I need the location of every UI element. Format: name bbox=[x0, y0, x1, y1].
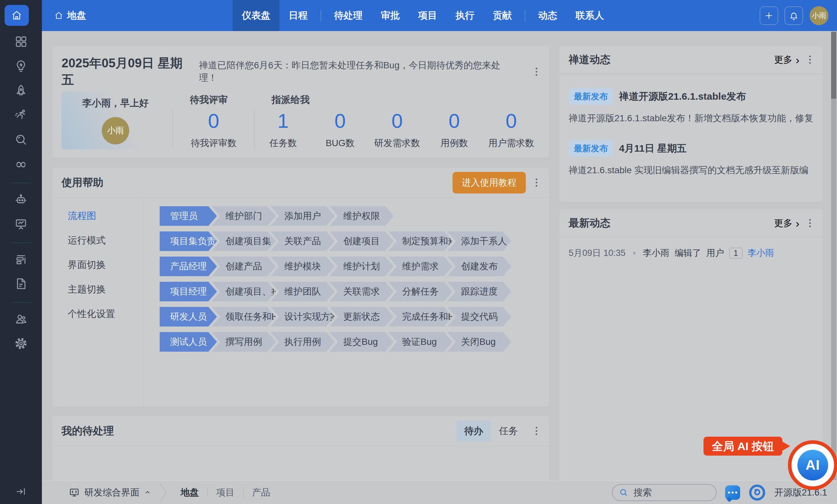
sidebar-collapse-button[interactable] bbox=[0, 484, 42, 500]
flow-step: 维护模块 bbox=[271, 257, 335, 276]
activity-user: 李小雨 bbox=[643, 247, 670, 259]
lightbulb-icon[interactable] bbox=[13, 58, 29, 74]
flow-step: 分解任务 bbox=[388, 282, 452, 301]
more-menu-icon[interactable] bbox=[806, 53, 814, 66]
tab-contacts[interactable]: 联系人 bbox=[566, 0, 613, 31]
flow-role: 项目集负责人 bbox=[160, 231, 217, 251]
chevron-right-icon: › bbox=[796, 55, 799, 64]
role-flowchart: 管理员 维护部门 添加用户 维护权限 项目集负责人 创建项目集 关联产品 创建项… bbox=[144, 198, 549, 407]
todo-tab-todo[interactable]: 待办 bbox=[457, 421, 491, 442]
sidebar-divider bbox=[11, 183, 31, 183]
expand-arrow-icon bbox=[15, 486, 26, 497]
breadcrumb-dipan[interactable]: 地盘 bbox=[175, 486, 208, 499]
robot-icon[interactable] bbox=[13, 191, 29, 207]
user-avatar[interactable]: 小雨 bbox=[809, 6, 829, 25]
document-icon[interactable] bbox=[13, 276, 29, 292]
stat-review-count[interactable]: 0 待我评审数 bbox=[173, 109, 254, 149]
news-title[interactable]: 禅道开源版21.6.1.stable发布 bbox=[619, 90, 746, 103]
rocket-icon[interactable] bbox=[13, 83, 29, 98]
bi-chart-icon[interactable] bbox=[13, 216, 29, 232]
nav-divider bbox=[321, 10, 321, 22]
workspace-switcher[interactable]: 研发综合界面 bbox=[69, 486, 151, 499]
scrollbar-thumb[interactable] bbox=[831, 32, 836, 99]
flow-step: 验证Bug bbox=[388, 332, 452, 352]
tab-calendar[interactable]: 日程 bbox=[280, 0, 317, 31]
more-menu-icon[interactable] bbox=[533, 424, 540, 438]
flow-row-project-manager: 项目经理 创建项目、执行 维护团队 关联需求 分解任务 跟踪进度 bbox=[160, 282, 549, 301]
vertical-scrollbar[interactable] bbox=[831, 32, 836, 480]
infinity-icon[interactable]: ∞ bbox=[13, 156, 29, 172]
flow-step: 跟踪进度 bbox=[447, 282, 512, 301]
news-title[interactable]: 4月11日 星期五 bbox=[619, 142, 687, 155]
kanban-list-icon[interactable] bbox=[13, 251, 29, 267]
plus-icon bbox=[764, 11, 773, 20]
help-menu-flowchart[interactable]: 流程图 bbox=[68, 209, 144, 223]
greeting-avatar: 小雨 bbox=[102, 117, 129, 145]
magnifier-icon[interactable] bbox=[13, 132, 29, 147]
activity-object-link[interactable]: 李小雨 bbox=[748, 247, 774, 259]
feedback-chat-icon[interactable] bbox=[725, 485, 740, 500]
flow-step: 撰写用例 bbox=[212, 332, 276, 352]
news-more-link[interactable]: 更多 › bbox=[774, 54, 799, 66]
flow-row-developer: 研发人员 领取任务和Bug 设计实现方案 更新状态 完成任务和Bug 提交代码 bbox=[160, 307, 549, 326]
tab-approval[interactable]: 审批 bbox=[372, 0, 409, 31]
home-button[interactable] bbox=[4, 5, 29, 26]
flow-step: 提交代码 bbox=[447, 307, 512, 326]
flow-step: 创建产品 bbox=[212, 257, 276, 276]
stat-requirement-count[interactable]: 0 用户需求数 bbox=[483, 109, 539, 149]
stat-story-count[interactable]: 0 研发需求数 bbox=[369, 109, 426, 149]
news-description: 禅道21.6.stable 实现旧编辑器撰写的文档无感升级至新版编 bbox=[569, 164, 814, 176]
help-menu-personalization[interactable]: 个性化设置 bbox=[68, 307, 144, 321]
flow-row-admin: 管理员 维护部门 添加用户 维护权限 bbox=[160, 206, 549, 226]
stat-case-count[interactable]: 0 用例数 bbox=[426, 109, 483, 149]
activity-more-link[interactable]: 更多 › bbox=[774, 217, 799, 229]
navbar-actions: 小雨 bbox=[760, 6, 829, 25]
grid-icon[interactable] bbox=[13, 34, 29, 49]
daily-message: 禅道已陪伴您6月6天：昨日您暂未处理任务和Bug，今日期待优秀的您来处理！ bbox=[199, 59, 513, 84]
flow-row-tester: 测试人员 撰写用例 执行用例 提交Bug 验证Bug 关闭Bug bbox=[160, 332, 549, 352]
flow-step: 设计实现方案 bbox=[271, 307, 335, 326]
zentao-logo[interactable] bbox=[749, 484, 766, 501]
todo-card-title: 我的待处理 bbox=[61, 424, 114, 438]
breadcrumb-project[interactable]: 项目 bbox=[208, 486, 243, 499]
stat-task-count[interactable]: 1 任务数 bbox=[254, 109, 311, 149]
greeting-text: 李小雨，早上好 bbox=[83, 97, 149, 110]
more-menu-icon[interactable] bbox=[533, 65, 540, 78]
home-icon bbox=[11, 10, 22, 21]
tab-project[interactable]: 项目 bbox=[409, 0, 446, 31]
help-menu-theme-switch[interactable]: 主题切换 bbox=[68, 283, 144, 296]
more-menu-icon[interactable] bbox=[533, 176, 540, 189]
flow-step: 创建项目集 bbox=[212, 231, 276, 251]
current-app[interactable]: 地盘 bbox=[54, 9, 86, 22]
tutorial-button[interactable]: 进入使用教程 bbox=[452, 172, 526, 193]
flow-step: 添加用户 bbox=[271, 206, 335, 226]
tab-dashboard[interactable]: 仪表盘 bbox=[233, 0, 280, 31]
help-menu-ui-switch[interactable]: 界面切换 bbox=[68, 259, 144, 272]
flow-step: 制定预算和规划 bbox=[388, 231, 452, 251]
global-ai-button[interactable]: AI bbox=[797, 450, 828, 481]
main-content: 2025年05月09日 星期五 禅道已陪伴您6月6天：昨日您暂未处理任务和Bug… bbox=[42, 31, 837, 481]
side-column: 禅道动态 更多 › 最新发布 禅道开源版21.6.1.stable发布 禅 bbox=[559, 46, 823, 481]
activity-item: 5月09日 10:35 李小雨 编辑了 用户 1 李小雨 bbox=[559, 237, 823, 259]
workspace-label: 研发综合界面 bbox=[85, 486, 139, 499]
breadcrumb-product[interactable]: 产品 bbox=[244, 486, 279, 499]
tab-todo[interactable]: 待处理 bbox=[325, 0, 372, 31]
tab-dynamic[interactable]: 动态 bbox=[529, 0, 566, 31]
notification-button[interactable] bbox=[785, 6, 803, 25]
news-badge: 最新发布 bbox=[569, 140, 613, 157]
todo-tab-task[interactable]: 任务 bbox=[491, 421, 526, 442]
tab-execution[interactable]: 执行 bbox=[446, 0, 484, 31]
create-button[interactable] bbox=[760, 6, 778, 25]
flow-step: 维护需求 bbox=[388, 257, 452, 276]
gear-icon[interactable] bbox=[13, 336, 29, 351]
flow-row-program-owner: 项目集负责人 创建项目集 关联产品 创建项目 制定预算和规划 添加干系人 bbox=[160, 231, 549, 251]
news-badge: 最新发布 bbox=[569, 88, 613, 105]
help-menu-run-mode[interactable]: 运行模式 bbox=[68, 234, 144, 247]
global-search[interactable] bbox=[612, 484, 717, 501]
flow-step: 关联产品 bbox=[271, 231, 335, 251]
tab-contribution[interactable]: 贡献 bbox=[484, 0, 521, 31]
stat-bug-count[interactable]: 0 BUG数 bbox=[311, 109, 369, 149]
runner-icon[interactable] bbox=[13, 107, 29, 123]
users-icon[interactable] bbox=[13, 311, 29, 327]
more-menu-icon[interactable] bbox=[806, 217, 814, 230]
